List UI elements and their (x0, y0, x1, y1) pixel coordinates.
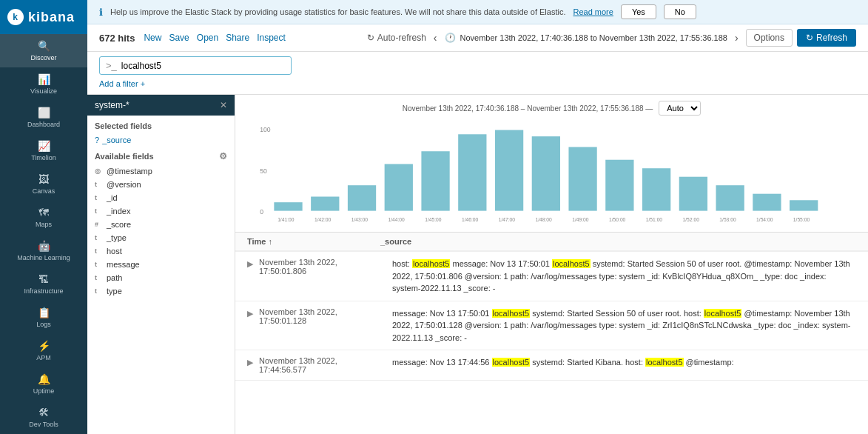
field-message[interactable]: t message (87, 258, 235, 271)
result-source-3: message: Nov 13 17:44:56 localhost5 syst… (392, 356, 856, 369)
svg-rect-13 (642, 168, 670, 210)
auto-refresh-toggle[interactable]: ↻ Auto-refresh (367, 33, 426, 43)
message-type-icon: t (95, 261, 102, 268)
sidebar-item-infra[interactable]: 🏗 Infrastructure (0, 267, 87, 301)
ml-icon: 🤖 (38, 240, 50, 252)
svg-text:1/43:00: 1/43:00 (351, 217, 369, 222)
selected-fields-title: Selected fields (87, 116, 235, 133)
notice-read-more[interactable]: Read more (573, 7, 613, 16)
type-type-icon: t (95, 234, 102, 241)
col-time-header: Time ↑ (247, 237, 380, 246)
highlight-host-1: localhost5 (412, 259, 451, 268)
svg-text:1/49:00: 1/49:00 (572, 217, 589, 222)
close-icon[interactable]: ✕ (220, 100, 227, 110)
result-time-1: November 13th 2022, 17:50:01.806 (259, 258, 386, 276)
left-panel: system-* ✕ Selected fields ? _source Ava… (87, 95, 235, 434)
svg-rect-4 (311, 196, 339, 210)
field-path[interactable]: t path (87, 271, 235, 284)
sidebar-item-ml[interactable]: 🤖 Machine Learning (0, 234, 87, 267)
highlight-msg-3: localhost5 (645, 358, 684, 367)
expand-row-1[interactable]: ▶ (247, 259, 253, 269)
notice-text: Help us improve the Elastic Stack by pro… (110, 7, 565, 16)
date-range-display: November 13th 2022, 17:40:36.188 to Nove… (460, 33, 727, 42)
timestamp-name: @timestamp (107, 167, 152, 176)
svg-rect-12 (605, 160, 633, 211)
svg-text:1/53:00: 1/53:00 (719, 217, 736, 222)
index-pattern-label: system-* (95, 100, 129, 110)
version-type-icon: t (95, 181, 102, 188)
refresh-button[interactable]: ↻ Refresh (797, 29, 856, 47)
field-score[interactable]: # _score (87, 218, 235, 231)
search-input[interactable] (121, 61, 285, 71)
toolbar: 672 hits New Save Open Share Inspect ↻ A… (87, 24, 868, 52)
field-id[interactable]: t _id (87, 191, 235, 204)
field-type[interactable]: t _type (87, 231, 235, 244)
devtools-icon: 🛠 (38, 407, 49, 418)
notice-no-button[interactable]: No (664, 4, 696, 19)
highlight-host-2: localhost5 (704, 309, 742, 318)
field-host[interactable]: t host (87, 244, 235, 258)
field-index[interactable]: t _index (87, 204, 235, 218)
id-type-icon: t (95, 194, 102, 201)
table-row: ▶ November 13th 2022, 17:44:56.577 messa… (235, 350, 868, 381)
add-filter-button[interactable]: Add a filter + (99, 79, 856, 88)
sidebar-item-devtools[interactable]: 🛠 Dev Tools (0, 401, 87, 434)
sidebar-item-visualize[interactable]: 📊 Visualize (0, 67, 87, 101)
sidebar-item-canvas[interactable]: 🖼 Canvas (0, 167, 87, 201)
available-fields-title: Available fields (95, 152, 154, 161)
svg-text:1/47:00: 1/47:00 (499, 217, 516, 222)
auto-select[interactable]: Auto (659, 101, 701, 116)
kibana-logo-icon: k (7, 9, 24, 25)
sidebar-item-timelion[interactable]: 📈 Timelion (0, 134, 87, 167)
svg-rect-16 (753, 194, 781, 211)
table-row: ▶ November 13th 2022, 17:50:01.128 messa… (235, 301, 868, 351)
gear-icon[interactable]: ⚙ (219, 151, 227, 161)
path-name: path (107, 273, 122, 282)
search-prompt: >_ (106, 60, 117, 71)
svg-text:1/45:00: 1/45:00 (425, 217, 442, 222)
sidebar-item-apm[interactable]: ⚡ APM (0, 334, 87, 367)
svg-rect-17 (790, 200, 818, 210)
expand-row-2[interactable]: ▶ (247, 309, 253, 318)
svg-text:100: 100 (260, 126, 271, 133)
sidebar-item-dashboard[interactable]: ⬜ Dashboard (0, 101, 87, 134)
histogram-chart: 100 50 0 (247, 120, 856, 224)
save-button[interactable]: Save (169, 33, 189, 43)
clock-icon: 🕐 (445, 33, 456, 43)
new-button[interactable]: New (144, 33, 161, 43)
sidebar-item-logs[interactable]: 📋 Logs (0, 301, 87, 334)
prev-time-button[interactable]: ‹ (431, 32, 440, 44)
source-field-item[interactable]: ? _source (87, 133, 235, 147)
svg-text:1/44:00: 1/44:00 (388, 217, 405, 222)
options-button[interactable]: Options (746, 29, 793, 47)
sidebar: k kibana 🔍 Discover 📊 Visualize ⬜ Dashbo… (0, 0, 87, 434)
share-button[interactable]: Share (226, 33, 249, 43)
timelion-icon: 📈 (38, 140, 50, 152)
svg-text:50: 50 (260, 167, 267, 175)
expand-row-3[interactable]: ▶ (247, 358, 253, 367)
host-type-icon: t (95, 247, 102, 255)
sidebar-item-maps[interactable]: 🗺 Maps (0, 201, 87, 234)
sidebar-item-discover[interactable]: 🔍 Discover (0, 34, 87, 67)
inspect-button[interactable]: Inspect (257, 33, 286, 43)
table-row: ▶ November 13th 2022, 17:50:01.806 host:… (235, 252, 868, 301)
field-version[interactable]: t @version (87, 178, 235, 191)
sidebar-item-uptime[interactable]: 🔔 Uptime (0, 367, 87, 401)
field-type2[interactable]: t type (87, 284, 235, 298)
dashboard-icon: ⬜ (38, 107, 50, 118)
field-timestamp[interactable]: ◎ @timestamp (87, 164, 235, 178)
notice-yes-button[interactable]: Yes (621, 4, 656, 19)
svg-text:1/42:00: 1/42:00 (314, 217, 332, 222)
result-time-3: November 13th 2022, 17:44:56.577 (259, 356, 386, 374)
svg-rect-9 (495, 130, 523, 211)
svg-text:1/54:00: 1/54:00 (756, 217, 773, 222)
open-button[interactable]: Open (197, 33, 218, 43)
source-name: _source (102, 136, 131, 144)
score-name: _score (107, 220, 131, 229)
index-type-icon: t (95, 207, 102, 215)
infra-icon: 🏗 (38, 273, 49, 285)
next-time-button[interactable]: › (732, 32, 741, 44)
toolbar-actions: New Save Open Share Inspect (144, 33, 285, 43)
notice-bar: ℹ Help us improve the Elastic Stack by p… (87, 0, 868, 24)
type2-name: type (107, 287, 122, 296)
